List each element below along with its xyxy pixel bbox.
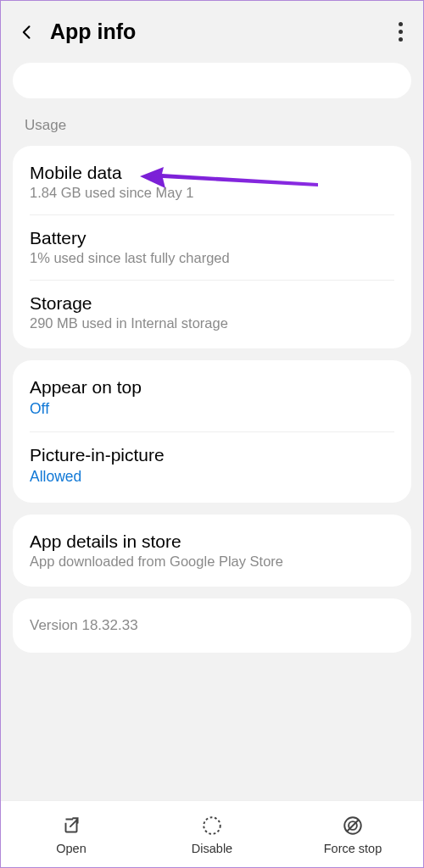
- bottom-bar: Open Disable Force stop: [1, 800, 423, 867]
- previous-card-stub: [13, 63, 411, 98]
- disable-button[interactable]: Disable: [142, 815, 282, 855]
- row-appear-on-top[interactable]: Appear on top Off: [13, 364, 411, 431]
- row-value: Off: [30, 400, 394, 418]
- header: App info: [1, 1, 423, 63]
- version-text: Version 18.32.33: [30, 617, 394, 634]
- svg-point-0: [204, 817, 220, 834]
- display-card: Appear on top Off Picture-in-picture All…: [13, 360, 411, 503]
- row-title: Battery: [30, 228, 394, 248]
- usage-card: Mobile data 1.84 GB used since May 1 Bat…: [13, 146, 411, 348]
- force-stop-label: Force stop: [324, 842, 382, 855]
- row-title: Picture-in-picture: [30, 445, 394, 465]
- back-icon[interactable]: [16, 21, 38, 43]
- row-value: Allowed: [30, 468, 394, 486]
- force-stop-icon: [342, 815, 364, 837]
- row-app-details[interactable]: App details in store App downloaded from…: [13, 518, 411, 583]
- store-card: App details in store App downloaded from…: [13, 515, 411, 587]
- row-sub: 1.84 GB used since May 1: [30, 185, 394, 201]
- more-icon[interactable]: [399, 22, 403, 42]
- row-mobile-data[interactable]: Mobile data 1.84 GB used since May 1: [13, 149, 411, 214]
- row-title: Appear on top: [30, 377, 394, 398]
- disable-icon: [201, 815, 223, 837]
- disable-label: Disable: [192, 842, 232, 855]
- row-title: App details in store: [30, 531, 394, 552]
- open-label: Open: [56, 842, 86, 855]
- section-label-usage: Usage: [1, 107, 423, 146]
- open-icon: [60, 815, 82, 837]
- force-stop-button[interactable]: Force stop: [282, 815, 423, 855]
- row-title: Storage: [30, 293, 394, 314]
- row-sub: App downloaded from Google Play Store: [30, 554, 394, 570]
- version-card: Version 18.32.33: [13, 598, 411, 653]
- row-battery[interactable]: Battery 1% used since last fully charged: [13, 214, 411, 280]
- page-title: App info: [50, 19, 136, 44]
- row-title: Mobile data: [30, 163, 394, 183]
- row-picture-in-picture[interactable]: Picture-in-picture Allowed: [13, 431, 411, 499]
- open-button[interactable]: Open: [1, 815, 142, 855]
- row-sub: 1% used since last fully charged: [30, 250, 394, 266]
- row-storage[interactable]: Storage 290 MB used in Internal storage: [13, 280, 411, 345]
- row-sub: 290 MB used in Internal storage: [30, 315, 394, 331]
